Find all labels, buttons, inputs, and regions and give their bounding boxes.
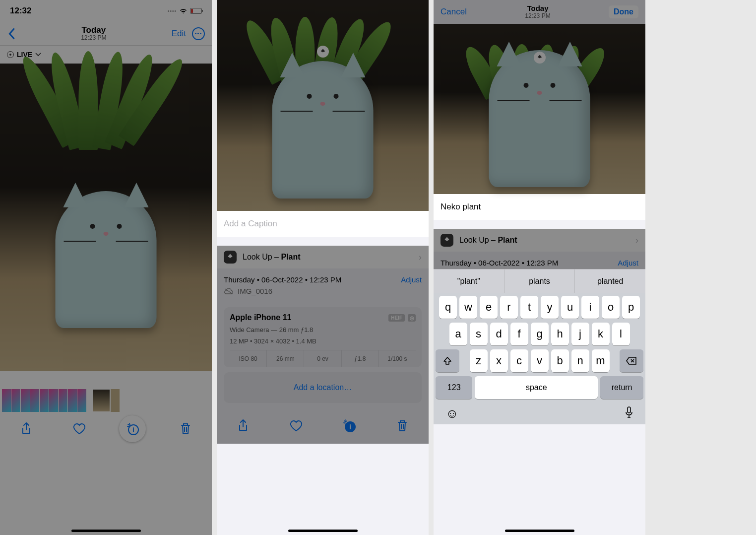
back-icon[interactable] bbox=[7, 28, 16, 40]
keyboard: qwertyuiop asdfghjkl zxcvbnm 123 space r… bbox=[434, 293, 645, 424]
dictation-icon[interactable] bbox=[625, 406, 633, 419]
leaf-icon bbox=[441, 234, 453, 247]
leaf-icon bbox=[224, 251, 237, 264]
key-m[interactable]: m bbox=[592, 349, 610, 372]
info-button[interactable]: i bbox=[126, 422, 139, 436]
bottom-toolbar: i bbox=[217, 408, 429, 444]
exif-shutter: 1/100 s bbox=[378, 350, 416, 367]
more-icon[interactable] bbox=[192, 27, 205, 40]
shift-key[interactable] bbox=[436, 349, 459, 372]
cellular-icon: •••• bbox=[168, 8, 177, 14]
bottom-toolbar: i bbox=[0, 413, 212, 445]
key-h[interactable]: h bbox=[551, 323, 569, 345]
heart-icon[interactable] bbox=[289, 419, 303, 433]
chevron-right-icon: › bbox=[635, 235, 638, 246]
thumbnail-strip[interactable] bbox=[0, 388, 212, 413]
share-icon[interactable] bbox=[19, 422, 33, 436]
home-indicator[interactable] bbox=[505, 530, 574, 532]
key-t[interactable]: t bbox=[520, 296, 538, 319]
visual-lookup-badge-icon[interactable] bbox=[317, 46, 329, 58]
lookup-row[interactable]: Look Up – Plant › bbox=[434, 229, 645, 252]
svg-text:i: i bbox=[349, 423, 351, 431]
key-y[interactable]: y bbox=[541, 296, 559, 319]
nav-title: Today 12:23 PM bbox=[525, 4, 550, 19]
svg-text:i: i bbox=[132, 426, 134, 434]
key-o[interactable]: o bbox=[602, 296, 620, 319]
done-button[interactable]: Done bbox=[609, 5, 638, 18]
exif-ev: 0 ev bbox=[304, 350, 341, 367]
key-b[interactable]: b bbox=[551, 349, 569, 372]
key-w[interactable]: w bbox=[459, 296, 477, 319]
wifi-icon bbox=[179, 8, 188, 14]
caption-input[interactable] bbox=[441, 202, 638, 212]
key-i[interactable]: i bbox=[581, 296, 599, 319]
key-v[interactable]: v bbox=[531, 349, 549, 372]
live-photo-badge-icon: ◎ bbox=[408, 314, 416, 322]
exif-iso: ISO 80 bbox=[230, 350, 266, 367]
keyboard-suggestions: "plant" plants planted bbox=[434, 269, 645, 293]
key-f[interactable]: f bbox=[510, 323, 528, 345]
key-j[interactable]: j bbox=[571, 323, 589, 345]
chevron-right-icon: › bbox=[419, 252, 422, 263]
photo-view[interactable] bbox=[0, 64, 212, 371]
trash-icon[interactable] bbox=[179, 422, 192, 436]
caption-input[interactable] bbox=[224, 219, 422, 229]
key-g[interactable]: g bbox=[531, 323, 549, 345]
suggestion[interactable]: "plant" bbox=[434, 269, 504, 293]
adjust-button[interactable]: Adjust bbox=[618, 259, 638, 267]
backspace-key[interactable] bbox=[620, 349, 643, 372]
space-key[interactable]: space bbox=[475, 376, 598, 399]
numbers-key[interactable]: 123 bbox=[436, 376, 472, 399]
photo-datetime: Thursday • 06-Oct-2022 • 12:23 PM bbox=[441, 259, 558, 267]
emoji-key-icon[interactable]: ☺ bbox=[445, 406, 459, 421]
heart-icon[interactable] bbox=[72, 422, 86, 436]
key-c[interactable]: c bbox=[510, 349, 528, 372]
suggestion[interactable]: plants bbox=[504, 269, 575, 293]
filename-label: IMG_0016 bbox=[238, 287, 272, 295]
photo-datetime: Thursday • 06-Oct-2022 • 12:23 PM bbox=[224, 275, 341, 284]
lens-label: Wide Camera — 26 mm ƒ1.8 bbox=[230, 326, 416, 334]
trash-icon[interactable] bbox=[395, 419, 409, 433]
info-button-active[interactable]: i bbox=[342, 419, 356, 433]
key-d[interactable]: d bbox=[490, 323, 508, 345]
add-location-button[interactable]: Add a location… bbox=[224, 372, 422, 403]
format-badge: HEIF bbox=[388, 314, 405, 322]
cancel-button[interactable]: Cancel bbox=[441, 7, 467, 17]
exif-aperture: ƒ1.8 bbox=[341, 350, 378, 367]
key-s[interactable]: s bbox=[470, 323, 488, 345]
photo-view[interactable] bbox=[217, 0, 429, 211]
cloud-slash-icon bbox=[224, 287, 234, 295]
nav-bar: Cancel Today 12:23 PM Done bbox=[434, 0, 645, 24]
key-p[interactable]: p bbox=[622, 296, 640, 319]
key-z[interactable]: z bbox=[470, 349, 488, 372]
key-a[interactable]: a bbox=[449, 323, 467, 345]
device-label: Apple iPhone 11 bbox=[230, 313, 291, 322]
share-icon[interactable] bbox=[236, 419, 250, 433]
live-icon bbox=[7, 51, 14, 58]
key-x[interactable]: x bbox=[490, 349, 508, 372]
exif-card: Apple iPhone 11 HEIF ◎ Wide Camera — 26 … bbox=[224, 307, 422, 367]
key-k[interactable]: k bbox=[592, 323, 610, 345]
suggestion[interactable]: planted bbox=[574, 269, 645, 293]
home-indicator[interactable] bbox=[71, 530, 141, 532]
svg-rect-4 bbox=[628, 407, 630, 413]
photo-view[interactable] bbox=[434, 24, 645, 194]
key-r[interactable]: r bbox=[500, 296, 518, 319]
lookup-row[interactable]: Look Up – Plant › bbox=[217, 246, 429, 268]
key-n[interactable]: n bbox=[571, 349, 589, 372]
caption-field[interactable] bbox=[217, 211, 429, 237]
key-l[interactable]: l bbox=[612, 323, 630, 345]
status-bar: 12:32 •••• bbox=[0, 0, 212, 22]
resolution-label: 12 MP • 3024 × 4032 • 1.4 MB bbox=[230, 337, 416, 345]
home-indicator[interactable] bbox=[288, 530, 358, 532]
key-q[interactable]: q bbox=[439, 296, 457, 319]
return-key[interactable]: return bbox=[600, 376, 643, 399]
key-e[interactable]: e bbox=[480, 296, 498, 319]
key-u[interactable]: u bbox=[561, 296, 579, 319]
status-time: 12:32 bbox=[10, 6, 31, 16]
visual-lookup-badge-icon[interactable] bbox=[534, 52, 546, 64]
caption-field[interactable] bbox=[434, 194, 645, 220]
exif-focal: 26 mm bbox=[266, 350, 304, 367]
adjust-button[interactable]: Adjust bbox=[401, 275, 422, 284]
battery-low-icon bbox=[190, 8, 202, 14]
